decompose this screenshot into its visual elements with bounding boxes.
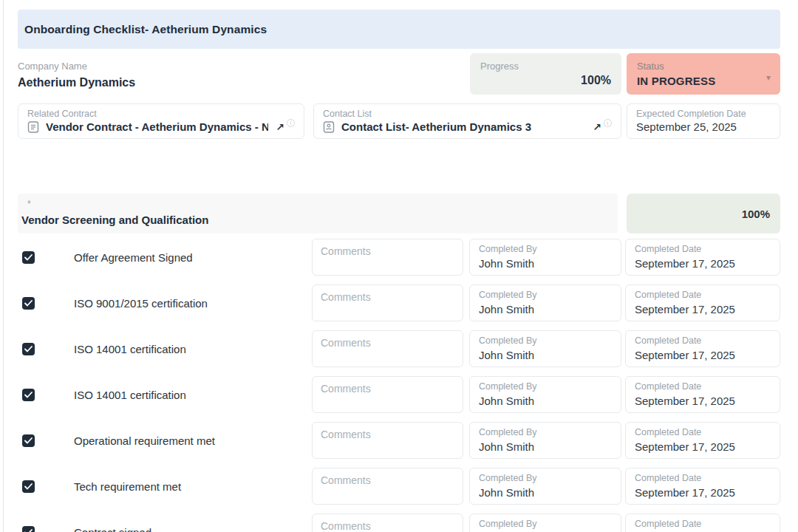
comments-input-box[interactable] <box>312 284 463 321</box>
completed-by-value: John Smith <box>479 303 612 316</box>
item-checkbox[interactable] <box>22 297 35 310</box>
completed-date-label: Completed Date <box>635 519 771 529</box>
completed-date-field[interactable]: Completed Date September 17, 2025 <box>625 239 780 276</box>
completed-by-label: Completed By <box>479 335 612 346</box>
document-icon <box>27 121 39 133</box>
completed-by-field[interactable]: Completed By John Smith <box>469 330 621 367</box>
completed-by-label: Completed By <box>479 519 612 529</box>
comments-input-box[interactable] <box>312 239 463 276</box>
item-left: ISO 14001 certification <box>18 330 312 367</box>
comments-input[interactable] <box>321 474 454 499</box>
completed-date-value: September 17, 2025 <box>635 257 771 270</box>
item-checkbox[interactable] <box>22 251 35 264</box>
completed-by-field[interactable]: Completed By <box>469 514 621 532</box>
completed-by-field[interactable]: Completed By John Smith <box>469 468 621 505</box>
comments-input-box[interactable] <box>312 422 463 459</box>
related-contract-value[interactable]: Vendor Contract - Aetherium Dynamics - N… <box>46 120 268 133</box>
completed-by-field[interactable]: Completed By John Smith <box>469 376 621 413</box>
section-progress-badge: 100% <box>627 194 780 233</box>
related-contract-label: Related Contract <box>27 109 295 119</box>
contacts-icon <box>323 121 335 133</box>
comments-input-box[interactable] <box>312 468 463 505</box>
comments-input-box[interactable] <box>312 330 463 367</box>
completed-by-field[interactable]: Completed By John Smith <box>469 422 621 459</box>
completed-by-field[interactable]: Completed By John Smith <box>469 239 621 276</box>
completed-date-field[interactable]: Completed Date September 17, 2025 <box>625 330 780 367</box>
chevron-down-icon[interactable]: ▾ <box>766 73 771 82</box>
completed-date-field[interactable]: Completed Date September 17, 2025 <box>625 376 780 413</box>
item-label: Contract signed <box>74 526 151 532</box>
onboarding-checklist-page: Onboarding Checklist- Aetherium Dynamics… <box>0 0 798 532</box>
comments-input-box[interactable] <box>312 514 463 532</box>
item-checkbox[interactable] <box>22 526 35 532</box>
completed-date-field[interactable]: Completed Date September 17, 2025 <box>625 468 780 505</box>
section-header: * Vendor Screening and Qualification <box>18 194 618 233</box>
page-title-bar: Onboarding Checklist- Aetherium Dynamics <box>18 10 780 49</box>
item-checkbox[interactable] <box>22 389 35 401</box>
checklist-item-row: Offer Agreement Signed Completed By John… <box>18 239 780 276</box>
completed-date-value: September 17, 2025 <box>635 486 771 499</box>
completed-by-label: Completed By <box>479 427 612 437</box>
company-name-label: Company Name <box>18 61 470 72</box>
completed-by-label: Completed By <box>479 381 612 392</box>
content-area: Onboarding Checklist- Aetherium Dynamics… <box>18 0 780 532</box>
checklist-item-row: Tech requirement met Completed By John S… <box>18 468 780 505</box>
required-asterisk: * <box>27 199 31 209</box>
item-label: ISO 14001 certification <box>74 389 186 401</box>
item-label: ISO 9001/2015 certification <box>74 297 208 310</box>
company-name-field: Company Name Aetherium Dynamics <box>18 53 470 95</box>
completed-date-label: Completed Date <box>635 473 771 483</box>
related-contract-field[interactable]: Related Contract Vendor Contract - Aethe… <box>18 103 304 139</box>
progress-value: 100% <box>480 74 611 87</box>
item-left: Contract signed <box>18 514 312 532</box>
completed-date-value: September 17, 2025 <box>635 440 771 453</box>
item-left: Offer Agreement Signed <box>18 239 312 276</box>
info-icon: i <box>604 119 612 127</box>
comments-input[interactable] <box>321 429 454 454</box>
overview-row-1: Company Name Aetherium Dynamics Progress… <box>18 53 780 95</box>
section-title: Vendor Screening and Qualification <box>21 214 618 226</box>
completed-date-field[interactable]: Completed Date <box>625 514 780 532</box>
completed-date-field[interactable]: Completed Date September 17, 2025 <box>625 422 780 459</box>
completed-date-label: Completed Date <box>635 244 771 254</box>
item-left: Tech requirement met <box>18 468 312 505</box>
external-link-icon[interactable]: ↗ <box>276 122 284 132</box>
item-left: Operational requirement met <box>18 422 312 459</box>
completed-date-field[interactable]: Completed Date September 17, 2025 <box>625 284 780 321</box>
item-checkbox[interactable] <box>22 480 35 493</box>
comments-input[interactable] <box>321 337 454 362</box>
checklist-item-row: Operational requirement met Completed By… <box>18 422 780 459</box>
completed-date-label: Completed Date <box>635 427 771 437</box>
contact-list-value[interactable]: Contact List- Aetherium Dynamics 3 <box>341 120 531 133</box>
item-label: Offer Agreement Signed <box>74 251 193 264</box>
comments-input[interactable] <box>321 383 454 408</box>
checklist-item-row: ISO 9001/2015 certification Completed By… <box>18 284 780 321</box>
completed-by-label: Completed By <box>479 290 612 300</box>
completed-date-value: September 17, 2025 <box>635 349 771 361</box>
section-header-row: * Vendor Screening and Qualification 100… <box>18 194 780 233</box>
item-label: ISO 14001 certification <box>74 343 186 355</box>
completed-date-value: September 17, 2025 <box>635 303 771 316</box>
completed-by-label: Completed By <box>479 244 612 254</box>
left-divider <box>3 0 4 532</box>
expected-completion-date-field[interactable]: Expected Completion Date September 25, 2… <box>627 103 780 139</box>
checklist-rows: Offer Agreement Signed Completed By John… <box>18 239 780 532</box>
item-checkbox[interactable] <box>22 343 35 355</box>
comments-input[interactable] <box>321 291 454 316</box>
checklist-item-row: ISO 14001 certification Completed By Joh… <box>18 376 780 413</box>
completed-by-value: John Smith <box>479 440 612 453</box>
company-name-value: Aetherium Dynamics <box>18 76 470 89</box>
item-checkbox[interactable] <box>22 434 35 447</box>
completed-date-label: Completed Date <box>635 381 771 392</box>
expected-completion-date-value: September 25, 2025 <box>636 120 771 133</box>
external-link-icon[interactable]: ↗ <box>593 122 601 132</box>
completed-by-field[interactable]: Completed By John Smith <box>469 284 621 321</box>
item-label: Operational requirement met <box>74 434 215 447</box>
contact-list-field[interactable]: Contact List Contact List- Aetherium Dyn… <box>313 103 621 139</box>
status-dropdown[interactable]: Status IN PROGRESS ▾ <box>627 53 780 95</box>
item-left: ISO 9001/2015 certification <box>18 284 312 321</box>
comments-input[interactable] <box>321 245 454 270</box>
comments-input[interactable] <box>321 520 454 532</box>
expected-completion-date-label: Expected Completion Date <box>636 109 771 119</box>
comments-input-box[interactable] <box>312 376 463 413</box>
